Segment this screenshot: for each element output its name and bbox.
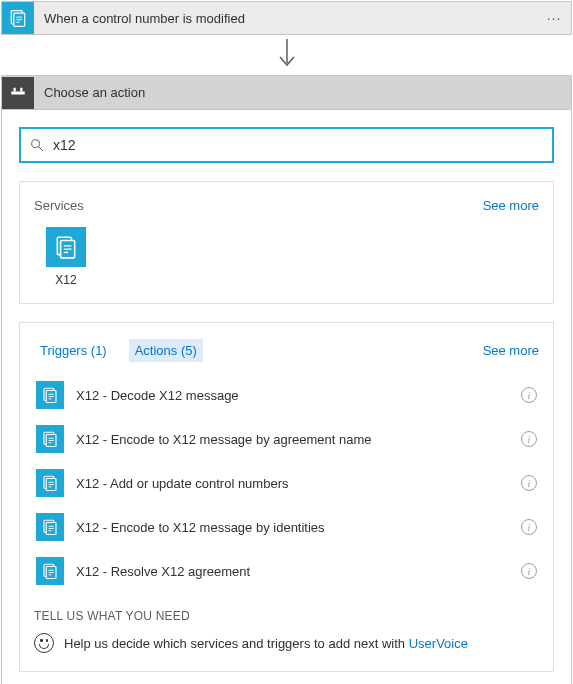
- service-tile-x12[interactable]: X12: [34, 225, 98, 289]
- services-see-more-link[interactable]: See more: [483, 198, 539, 213]
- info-icon[interactable]: i: [521, 475, 537, 491]
- services-heading: Services: [34, 198, 84, 213]
- uservoice-link[interactable]: UserVoice: [409, 636, 468, 651]
- action-item[interactable]: X12 - Encode to X12 message by agreement…: [34, 417, 539, 461]
- action-list: X12 - Decode X12 message i X12 - Encode …: [34, 372, 539, 593]
- svg-rect-8: [20, 87, 22, 91]
- trigger-title: When a control number is modified: [34, 11, 537, 26]
- info-icon[interactable]: i: [521, 387, 537, 403]
- info-icon[interactable]: i: [521, 563, 537, 579]
- action-label: X12 - Encode to X12 message by agreement…: [76, 432, 509, 447]
- x12-icon: [36, 381, 64, 409]
- action-item[interactable]: X12 - Decode X12 message i: [34, 372, 539, 417]
- choose-action-header: Choose an action: [1, 75, 572, 109]
- feedback-heading: TELL US WHAT YOU NEED: [34, 609, 539, 623]
- x12-icon: [46, 227, 86, 267]
- action-step-icon: [2, 77, 34, 109]
- x12-icon: [2, 2, 34, 34]
- action-item[interactable]: X12 - Add or update control numbers i: [34, 461, 539, 505]
- choose-action-title: Choose an action: [34, 85, 145, 100]
- x12-icon: [36, 469, 64, 497]
- tab-actions[interactable]: Actions (5): [129, 339, 203, 362]
- services-section: Services See more X12: [19, 181, 554, 304]
- smiley-icon: [34, 633, 54, 653]
- search-icon: [29, 137, 45, 153]
- trigger-card-header[interactable]: When a control number is modified ···: [1, 1, 572, 35]
- search-input[interactable]: [53, 137, 544, 153]
- info-icon[interactable]: i: [521, 431, 537, 447]
- results-section: Triggers (1) Actions (5) See more X12 - …: [19, 322, 554, 672]
- flow-arrow: [1, 35, 572, 75]
- action-label: X12 - Decode X12 message: [76, 388, 509, 403]
- svg-rect-7: [14, 87, 16, 91]
- svg-line-10: [39, 147, 43, 151]
- search-field[interactable]: [19, 127, 554, 163]
- action-item[interactable]: X12 - Encode to X12 message by identitie…: [34, 505, 539, 549]
- action-label: X12 - Encode to X12 message by identitie…: [76, 520, 509, 535]
- info-icon[interactable]: i: [521, 519, 537, 535]
- feedback-text: Help us decide which services and trigge…: [64, 636, 468, 651]
- action-item[interactable]: X12 - Resolve X12 agreement i: [34, 549, 539, 593]
- x12-icon: [36, 557, 64, 585]
- feedback-text-body: Help us decide which services and trigge…: [64, 636, 409, 651]
- service-tile-label: X12: [55, 273, 76, 287]
- x12-icon: [36, 425, 64, 453]
- feedback-row: Help us decide which services and trigge…: [34, 633, 539, 657]
- svg-point-9: [32, 140, 40, 148]
- svg-rect-6: [11, 91, 25, 94]
- more-menu-button[interactable]: ···: [537, 10, 571, 26]
- action-label: X12 - Resolve X12 agreement: [76, 564, 509, 579]
- tab-triggers[interactable]: Triggers (1): [34, 339, 113, 362]
- results-see-more-link[interactable]: See more: [483, 343, 539, 358]
- action-picker-panel: Services See more X12 Triggers (1) Actio…: [1, 109, 572, 684]
- action-label: X12 - Add or update control numbers: [76, 476, 509, 491]
- x12-icon: [36, 513, 64, 541]
